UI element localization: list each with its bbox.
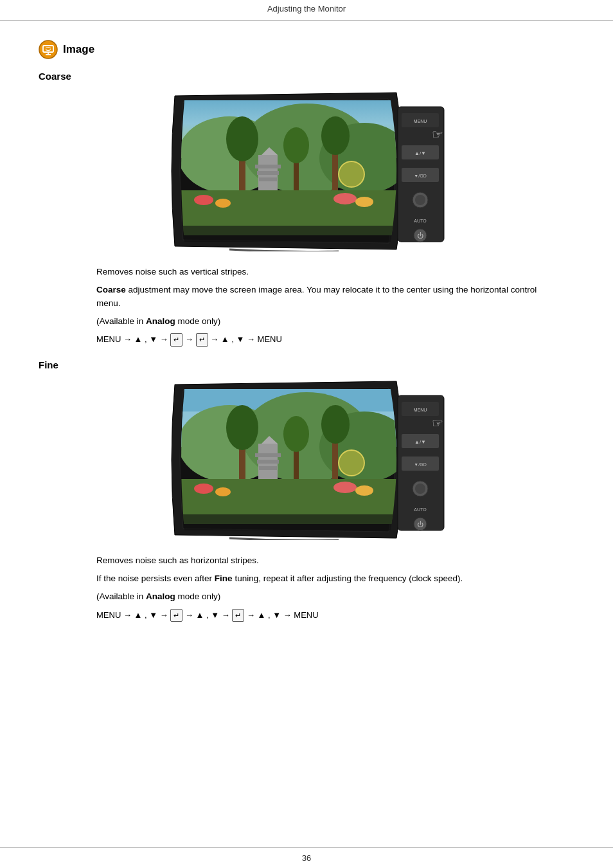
fine-description: Removes noise such as horizontal stripes… [96,554,555,622]
fine-key2: ↵ [232,609,244,622]
fine-desc1: Removes noise such as horizontal stripes… [96,554,555,567]
coarse-key2: ↵ [196,333,208,347]
coarse-description: Removes noise such as vertical stripes. … [96,266,555,347]
svg-point-23 [355,197,373,207]
svg-point-24 [339,161,364,187]
coarse-title: Coarse [39,71,574,82]
image-section-icon [39,40,58,59]
svg-rect-17 [259,177,277,181]
page-number: 36 [302,853,311,863]
page-footer: 36 [0,847,613,868]
svg-rect-53 [259,466,277,470]
svg-text:☞: ☞ [432,416,443,430]
svg-text:⏻: ⏻ [417,521,423,528]
page-header: Adjusting the Monitor [0,0,613,21]
svg-point-60 [339,450,364,476]
svg-point-49 [321,405,350,444]
svg-point-45 [226,405,258,450]
svg-point-56 [194,484,213,494]
fine-section: Fine [39,359,574,622]
svg-point-71 [415,484,425,494]
svg-point-35 [415,195,425,205]
svg-text:AUTO: AUTO [414,219,427,223]
svg-rect-52 [257,460,279,464]
coarse-available: (Available in Analog mode only) [96,315,555,328]
svg-rect-25 [178,226,396,242]
svg-point-57 [215,487,231,496]
svg-point-11 [283,127,309,163]
svg-text:MENU: MENU [414,408,427,412]
svg-text:AUTO: AUTO [414,507,427,512]
fine-available: (Available in Analog mode only) [96,590,555,603]
svg-rect-51 [255,453,281,457]
fine-nav: MENU → ▲ , ▼ → ↵ → ▲ , ▼ → ↵ → ▲ , ▼ → M… [96,609,555,622]
coarse-desc2-rest: adjustment may move the screen image are… [96,285,537,307]
svg-rect-61 [178,514,396,530]
svg-point-58 [333,482,357,493]
svg-text:▲/▼: ▲/▼ [414,439,426,445]
coarse-key1: ↵ [170,333,182,347]
svg-text:▼/GD: ▼/GD [414,462,426,467]
svg-point-20 [194,195,213,205]
svg-rect-15 [255,165,281,168]
svg-text:▼/GD: ▼/GD [414,174,426,178]
fine-monitor-illustration: MENU ☞ ▲/▼ ▼/GD AUTO ⏻ [77,379,574,540]
svg-point-21 [215,199,231,208]
svg-point-47 [283,416,309,452]
fine-desc2: If the noise persists even after Fine tu… [96,572,555,585]
fine-title: Fine [39,359,574,370]
header-title-text: Adjusting the Monitor [267,4,346,14]
coarse-section: Coarse [39,71,574,347]
fine-key1: ↵ [170,609,182,622]
image-section-label: Image [63,43,94,56]
svg-text:MENU: MENU [414,119,427,123]
svg-rect-16 [257,171,279,175]
coarse-desc1: Removes noise such as vertical stripes. [96,266,555,278]
svg-point-9 [226,116,258,161]
svg-text:▲/▼: ▲/▼ [414,150,426,156]
svg-point-22 [333,193,357,204]
svg-point-13 [321,116,350,155]
coarse-bold: Coarse [96,285,126,294]
coarse-monitor-illustration: MENU ☞ ▲/▼ ▼/GD AUTO ⏻ [77,91,574,251]
svg-point-0 [39,41,57,59]
image-section-header: Image [39,40,574,59]
svg-text:☞: ☞ [432,127,443,141]
svg-text:⏻: ⏻ [417,232,423,239]
content-area: Image Coarse [0,33,613,667]
svg-point-59 [355,485,373,496]
page-container: Adjusting the Monitor Image [0,0,613,868]
coarse-nav: MENU → ▲ , ▼ → ↵ → ↵ → ▲ , ▼ → MENU [96,333,555,347]
coarse-desc2: Coarse adjustment may move the screen im… [96,284,555,310]
